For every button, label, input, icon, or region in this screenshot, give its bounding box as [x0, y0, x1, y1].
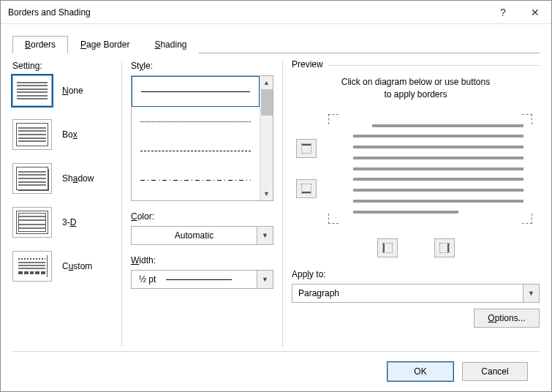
style-item-dotted[interactable]: [132, 107, 260, 136]
preview-column: Preview Click on diagram below or use bu…: [283, 61, 540, 347]
style-item-solid[interactable]: [132, 77, 259, 106]
border-left-button[interactable]: [377, 238, 398, 257]
setting-none-label: None: [62, 86, 83, 96]
close-icon[interactable]: ✕: [519, 1, 551, 24]
style-item-dashed[interactable]: [132, 136, 260, 165]
tab-label: Page Border: [80, 39, 129, 50]
setting-custom-icon: [12, 251, 52, 282]
width-value: ½ pt: [132, 274, 257, 284]
color-value: Automatic: [132, 230, 257, 241]
border-right-button[interactable]: [434, 238, 455, 257]
setting-box[interactable]: Box: [12, 119, 116, 150]
apply-to-label: Apply to:: [292, 269, 540, 279]
chevron-down-icon[interactable]: ▼: [257, 271, 273, 288]
color-label: Color:: [131, 211, 273, 222]
cancel-button[interactable]: Cancel: [462, 362, 528, 381]
preview-canvas[interactable]: [328, 114, 532, 224]
tab-strip: Borders Page Border Shading: [12, 36, 540, 53]
style-column: Style: ▲ ▼ Color: Automatic ▼: [122, 61, 283, 347]
window-title: Borders and Shading: [8, 7, 487, 18]
setting-column: Setting: None Box Shadow: [12, 61, 122, 347]
preview-area: [292, 114, 540, 224]
setting-custom[interactable]: Custom: [12, 251, 116, 282]
style-items: [132, 76, 260, 200]
setting-shadow[interactable]: Shadow: [12, 163, 116, 194]
setting-box-icon: [12, 119, 52, 150]
style-label: Style:: [131, 61, 273, 71]
style-listbox[interactable]: ▲ ▼: [131, 75, 273, 201]
setting-3d[interactable]: 3-D: [12, 207, 116, 238]
dialog-body: Setting: None Box Shadow: [12, 61, 540, 347]
titlebar: Borders and Shading ? ✕: [1, 1, 551, 24]
border-top-button[interactable]: [296, 139, 317, 158]
width-combo[interactable]: ½ pt ▼: [131, 270, 273, 289]
setting-box-label: Box: [62, 129, 77, 140]
setting-shadow-icon: [12, 163, 52, 194]
width-label: Width:: [131, 255, 273, 265]
preview-bottom-buttons: [292, 238, 540, 257]
chevron-down-icon[interactable]: ▼: [257, 227, 273, 244]
dialog-footer: OK Cancel: [12, 351, 540, 391]
apply-to-value: Paragraph: [292, 288, 523, 298]
preview-side-buttons: [292, 114, 321, 224]
preview-group: Preview Click on diagram below or use bu…: [292, 65, 540, 328]
style-scrollbar[interactable]: ▲ ▼: [260, 76, 273, 200]
options-label: Options...: [488, 313, 525, 323]
color-combo[interactable]: Automatic ▼: [131, 226, 273, 245]
setting-none[interactable]: None: [12, 75, 116, 106]
setting-label: Setting:: [12, 61, 116, 71]
style-item-dashdot[interactable]: [132, 165, 260, 195]
tab-page-border[interactable]: Page Border: [68, 36, 142, 53]
setting-shadow-label: Shadow: [62, 173, 94, 184]
setting-3d-label: 3-D: [62, 217, 76, 227]
options-button[interactable]: Options...: [474, 309, 540, 328]
tab-shading[interactable]: Shading: [142, 36, 199, 53]
preview-paragraph-icon: [353, 124, 523, 214]
ok-label: OK: [414, 366, 426, 377]
tab-label: Shading: [154, 39, 186, 50]
cancel-label: Cancel: [481, 366, 508, 377]
setting-3d-icon: [12, 207, 52, 238]
tab-label: Borders: [25, 39, 56, 50]
border-bottom-button[interactable]: [296, 179, 317, 198]
tab-borders[interactable]: Borders: [12, 36, 68, 53]
preview-legend: Preview: [292, 59, 328, 69]
scroll-down-icon[interactable]: ▼: [260, 187, 273, 200]
apply-to-combo[interactable]: Paragraph ▼: [292, 284, 540, 303]
setting-custom-label: Custom: [62, 261, 92, 271]
help-icon[interactable]: ?: [487, 1, 519, 24]
chevron-down-icon[interactable]: ▼: [523, 284, 539, 302]
scroll-thumb[interactable]: [261, 89, 273, 116]
scroll-up-icon[interactable]: ▲: [260, 76, 273, 89]
preview-hint: Click on diagram below or use buttons to…: [292, 76, 540, 101]
borders-shading-dialog: Borders and Shading ? ✕ Borders Page Bor…: [0, 0, 552, 392]
setting-none-icon: [12, 75, 52, 106]
ok-button[interactable]: OK: [387, 362, 453, 381]
